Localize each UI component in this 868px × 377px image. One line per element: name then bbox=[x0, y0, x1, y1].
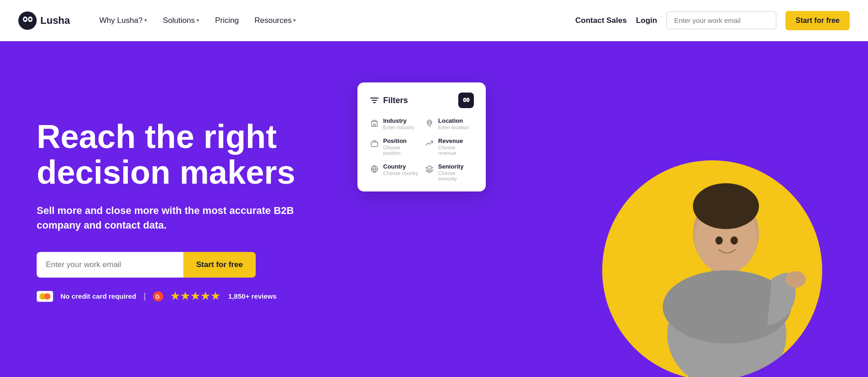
star-rating: ★★★★★ bbox=[170, 290, 221, 302]
industry-label: Industry bbox=[383, 117, 419, 124]
briefcase-icon bbox=[369, 138, 379, 148]
chevron-down-icon: ▾ bbox=[144, 17, 147, 23]
svg-point-14 bbox=[715, 236, 723, 245]
filter-location: Location Enter location bbox=[424, 117, 474, 130]
nav-item-resources[interactable]: Resources ▾ bbox=[248, 12, 302, 29]
nav-email-input[interactable] bbox=[666, 11, 776, 29]
no-credit-card-text: No credit card required bbox=[60, 292, 136, 300]
hero-section: Reach the right decision makers Sell mor… bbox=[0, 41, 868, 377]
filter-position: Position Choose position bbox=[369, 137, 419, 156]
country-label: Country bbox=[383, 163, 419, 170]
contact-sales-link[interactable]: Contact Sales bbox=[575, 16, 626, 25]
reviews-count: 1,850+ reviews bbox=[228, 292, 277, 300]
position-label: Position bbox=[383, 137, 419, 144]
logo[interactable]: Lusha bbox=[18, 11, 70, 30]
position-sub: Choose position bbox=[383, 145, 419, 156]
hero-start-free-button[interactable]: Start for free bbox=[183, 252, 256, 278]
svg-point-24 bbox=[429, 121, 431, 124]
chevron-down-icon: ▾ bbox=[293, 17, 296, 23]
svg-point-4 bbox=[29, 18, 32, 20]
hero-subtitle: Sell more and close more with the most a… bbox=[37, 203, 321, 233]
filter-country: Country Choose country bbox=[369, 163, 419, 181]
hero-email-row: Start for free bbox=[37, 252, 321, 278]
svg-marker-27 bbox=[426, 166, 433, 169]
filter-card-header: Filters bbox=[369, 93, 474, 108]
svg-point-3 bbox=[24, 18, 27, 20]
globe-icon bbox=[369, 164, 379, 174]
hero-title: Reach the right decision makers bbox=[37, 119, 321, 191]
chevron-down-icon: ▾ bbox=[197, 17, 199, 23]
location-label: Location bbox=[438, 117, 474, 124]
g2-icon: G bbox=[153, 291, 163, 301]
hero-email-input[interactable] bbox=[37, 252, 183, 278]
revenue-label: Revenue bbox=[438, 137, 474, 144]
location-icon bbox=[424, 118, 434, 128]
logo-text: Lusha bbox=[40, 15, 70, 27]
seniority-label: Seniority bbox=[438, 163, 474, 170]
navbar: Lusha Why Lusha? ▾ Solutions ▾ Pricing R… bbox=[0, 0, 868, 41]
divider: | bbox=[143, 291, 146, 301]
svg-rect-25 bbox=[371, 142, 378, 147]
hero-right: Filters bbox=[321, 69, 831, 353]
filter-icon bbox=[369, 95, 379, 105]
building-icon bbox=[369, 118, 379, 128]
filter-revenue: Revenue Choose revenue bbox=[424, 137, 474, 156]
hero-meta: No credit card required | G ★★★★★ 1,850+… bbox=[37, 290, 321, 302]
svg-point-15 bbox=[731, 236, 738, 245]
filter-card-title: Filters bbox=[383, 96, 408, 105]
svg-point-22 bbox=[467, 99, 469, 101]
svg-text:G: G bbox=[155, 294, 159, 300]
person-image bbox=[602, 160, 822, 377]
nav-start-free-button[interactable]: Start for free bbox=[786, 11, 850, 30]
lusha-filter-logo bbox=[458, 93, 474, 108]
filter-grid: Industry Enter industry Location Ent bbox=[369, 117, 474, 181]
credit-card-icon bbox=[37, 291, 53, 302]
svg-point-13 bbox=[786, 271, 806, 288]
revenue-sub: Choose revenue bbox=[438, 145, 474, 156]
filter-industry: Industry Enter industry bbox=[369, 117, 419, 130]
industry-sub: Enter industry bbox=[383, 125, 419, 130]
seniority-sub: Choose seniority bbox=[438, 170, 474, 181]
filter-seniority: Seniority Choose seniority bbox=[424, 163, 474, 181]
trending-icon bbox=[424, 138, 434, 148]
nav-item-pricing[interactable]: Pricing bbox=[209, 12, 245, 29]
nav-right: Contact Sales Login Start for free bbox=[575, 11, 850, 30]
filter-card: Filters bbox=[357, 82, 486, 191]
country-sub: Choose country bbox=[383, 170, 419, 176]
login-button[interactable]: Login bbox=[636, 16, 657, 25]
svg-point-0 bbox=[18, 11, 37, 30]
nav-item-solutions[interactable]: Solutions ▾ bbox=[156, 12, 206, 29]
nav-item-why-lusha[interactable]: Why Lusha? ▾ bbox=[93, 12, 154, 29]
hero-left: Reach the right decision makers Sell mor… bbox=[37, 119, 321, 302]
svg-point-11 bbox=[693, 183, 759, 229]
location-sub: Enter location bbox=[438, 125, 474, 130]
svg-point-21 bbox=[464, 99, 466, 101]
nav-links: Why Lusha? ▾ Solutions ▾ Pricing Resourc… bbox=[93, 12, 561, 29]
layers-icon bbox=[424, 164, 434, 174]
filter-title-row: Filters bbox=[369, 95, 408, 105]
